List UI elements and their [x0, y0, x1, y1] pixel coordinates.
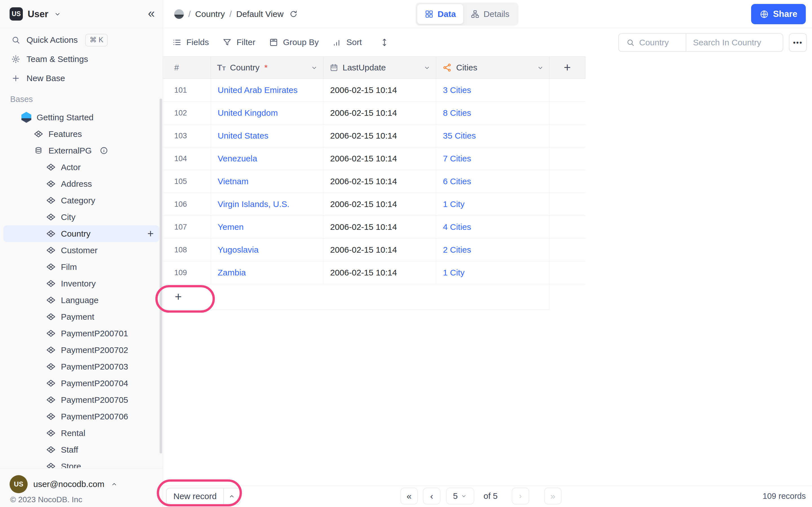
search-input[interactable] [686, 38, 779, 47]
country-cell[interactable]: Yemen [211, 216, 323, 238]
sidebar-item-paymentp200703[interactable]: PaymentP200703 [3, 358, 159, 375]
page-count-label: of 5 [476, 488, 505, 504]
workspace-name[interactable]: User [28, 9, 48, 19]
sidebar-scrollbar[interactable] [160, 99, 162, 453]
pagination-last-button[interactable]: » [544, 488, 562, 504]
sort-label: Sort [346, 38, 362, 47]
add-column-button[interactable]: + [550, 57, 585, 78]
new-base-button[interactable]: New Base [0, 69, 163, 88]
add-row-button[interactable]: + [163, 284, 550, 310]
links-field-icon [442, 63, 452, 72]
sidebar-source-externalpg[interactable]: ExternalPG [3, 142, 159, 159]
chevron-down-icon[interactable] [423, 64, 431, 71]
lastupdate-cell[interactable]: 2006-02-15 10:14 [323, 124, 436, 147]
sidebar-item-city[interactable]: City [3, 209, 159, 225]
country-cell[interactable]: Virgin Islands, U.S. [211, 193, 323, 216]
chevron-down-icon[interactable] [537, 64, 544, 71]
country-cell[interactable]: Vietnam [211, 170, 323, 193]
country-cell[interactable]: Venezuela [211, 147, 323, 170]
column-header-lastupdate[interactable]: LastUpdate [323, 57, 436, 78]
filter-button[interactable]: Filter [222, 38, 255, 47]
lastupdate-cell[interactable]: 2006-02-15 10:14 [323, 238, 436, 261]
sidebar-item-paymentp200704[interactable]: PaymentP200704 [3, 375, 159, 392]
pagination-first-button[interactable]: « [400, 488, 418, 504]
search-scope-selector[interactable]: Country [619, 34, 686, 51]
pagination-next-button[interactable]: › [512, 488, 529, 504]
country-cell[interactable]: Zambia [211, 262, 323, 284]
sidebar-item-country[interactable]: Country + [3, 225, 159, 242]
group-by-button[interactable]: Group By [269, 38, 319, 47]
sidebar-item-rental[interactable]: Rental [3, 425, 159, 441]
chevron-down-icon[interactable] [310, 64, 318, 71]
row-height-button[interactable] [380, 38, 389, 47]
sidebar-item-paymentp200705[interactable]: PaymentP200705 [3, 392, 159, 408]
sidebar-base-getting-started[interactable]: Getting Started [3, 109, 159, 126]
toolbar-more-button[interactable]: ••• [789, 33, 807, 52]
lastupdate-cell[interactable]: 2006-02-15 10:14 [323, 170, 436, 193]
lastupdate-cell[interactable]: 2006-02-15 10:14 [323, 193, 436, 216]
user-avatar[interactable]: US [10, 475, 28, 493]
sidebar-item-staff[interactable]: Staff [3, 441, 159, 458]
lastupdate-cell[interactable]: 2006-02-15 10:14 [323, 147, 436, 170]
sidebar-item-language[interactable]: Language [3, 292, 159, 308]
new-record-label[interactable]: New record [167, 489, 223, 504]
breadcrumb-view[interactable]: Default View [236, 9, 284, 19]
lastupdate-cell[interactable]: 2006-02-15 10:14 [323, 262, 436, 284]
cities-link-cell[interactable]: 8 Cities [436, 102, 550, 124]
pagination-prev-button[interactable]: ‹ [423, 488, 441, 504]
column-header-cities[interactable]: Cities [436, 57, 550, 78]
tab-data[interactable]: Data [417, 4, 463, 24]
fields-button[interactable]: Fields [172, 38, 209, 47]
cities-link-cell[interactable]: 1 City [436, 193, 550, 216]
sidebar-item-paymentp200702[interactable]: PaymentP200702 [3, 342, 159, 358]
refresh-icon[interactable] [289, 10, 298, 18]
cities-link-cell[interactable]: 2 Cities [436, 238, 550, 261]
lastupdate-cell[interactable]: 2006-02-15 10:14 [323, 102, 436, 124]
calendar-icon [329, 63, 338, 72]
new-record-button[interactable]: New record [166, 488, 240, 505]
column-header-country[interactable]: TT Country * [211, 57, 323, 78]
user-email: user@nocodb.com [33, 480, 104, 489]
tab-details[interactable]: Details [463, 4, 517, 24]
sidebar-collapse-button[interactable]: « [148, 7, 155, 21]
country-cell[interactable]: Yugoslavia [211, 238, 323, 261]
cities-link-cell[interactable]: 7 Cities [436, 147, 550, 170]
column-header-row-number[interactable]: # [163, 57, 211, 78]
sidebar-item-category[interactable]: Category [3, 192, 159, 209]
country-cell[interactable]: United Kingdom [211, 102, 323, 124]
sidebar-item-store[interactable]: Store [3, 458, 159, 468]
quick-actions-button[interactable]: Quick Actions ⌘ K [0, 31, 163, 50]
breadcrumb-table[interactable]: Country [195, 9, 225, 19]
country-cell[interactable]: United States [211, 124, 323, 147]
new-record-expand-button[interactable] [223, 489, 240, 504]
workspace-avatar[interactable]: US [10, 7, 23, 20]
lastupdate-cell[interactable]: 2006-02-15 10:14 [323, 216, 436, 238]
info-icon[interactable] [99, 147, 109, 155]
sidebar-item-customer[interactable]: Customer [3, 242, 159, 259]
sidebar-item-paymentp200706[interactable]: PaymentP200706 [3, 408, 159, 425]
sidebar-item-film[interactable]: Film [3, 259, 159, 275]
table-label: Address [61, 179, 92, 189]
sidebar-item-actor[interactable]: Actor [3, 159, 159, 175]
cities-link-cell[interactable]: 3 Cities [436, 79, 550, 101]
lastupdate-cell[interactable]: 2006-02-15 10:14 [323, 79, 436, 101]
column-label: Cities [456, 63, 477, 72]
sidebar-item-payment[interactable]: Payment [3, 308, 159, 325]
country-cell[interactable]: United Arab Emirates [211, 79, 323, 101]
sort-button[interactable]: Sort [332, 38, 362, 47]
source-name-label: ExternalPG [49, 146, 92, 156]
create-view-plus-icon[interactable]: + [147, 228, 154, 240]
page-number-selector[interactable]: 5 [446, 488, 474, 504]
cities-link-cell[interactable]: 35 Cities [436, 124, 550, 147]
cities-link-cell[interactable]: 1 City [436, 262, 550, 284]
sidebar-item-features[interactable]: Features [3, 126, 159, 142]
user-account-row[interactable]: US user@nocodb.com [0, 468, 163, 493]
table-label: Store [61, 462, 81, 468]
sidebar-item-inventory[interactable]: Inventory [3, 275, 159, 292]
sidebar-item-paymentp200701[interactable]: PaymentP200701 [3, 325, 159, 342]
share-button[interactable]: Share [751, 4, 806, 24]
cities-link-cell[interactable]: 6 Cities [436, 170, 550, 193]
cities-link-cell[interactable]: 4 Cities [436, 216, 550, 238]
team-settings-button[interactable]: Team & Settings [0, 50, 163, 69]
sidebar-item-address[interactable]: Address [3, 175, 159, 192]
